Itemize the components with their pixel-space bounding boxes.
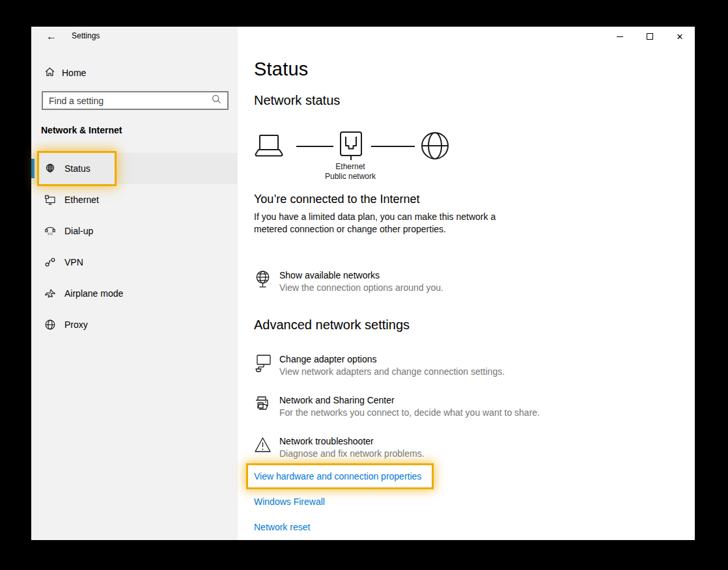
feature-subtitle: View the connection options around you. — [279, 282, 443, 293]
connected-heading: You’re connected to the Internet — [254, 193, 420, 206]
feature-text: Change adapter options View network adap… — [279, 354, 505, 377]
feature-title: Network troubleshooter — [279, 436, 425, 446]
connection-name: Ethernet — [311, 162, 389, 171]
sidebar-item-home[interactable]: Home — [31, 62, 238, 83]
feature-text: Network and Sharing Center For the netwo… — [279, 395, 540, 418]
sidebar-item-proxy[interactable]: Proxy — [31, 309, 238, 340]
airplane-mode-icon — [44, 288, 56, 299]
feature-text: Network troubleshooter Diagnose and fix … — [279, 436, 425, 459]
minimize-button[interactable] — [605, 27, 635, 46]
adapter-options-icon — [254, 354, 272, 377]
page-title: Status — [254, 59, 308, 80]
connected-body: If you have a limited data plan, you can… — [254, 211, 496, 236]
ethernet-icon — [44, 194, 56, 206]
available-networks-icon — [254, 270, 272, 293]
sidebar-item-label: Dial-up — [64, 226, 93, 236]
feature-subtitle: Diagnose and fix network problems. — [279, 448, 425, 459]
ethernet-port-icon — [337, 131, 365, 163]
advanced-settings-heading: Advanced network settings — [254, 318, 410, 332]
feature-title: Network and Sharing Center — [279, 395, 540, 405]
window-title: Settings — [72, 31, 100, 40]
connector-line — [296, 146, 333, 147]
close-icon: ✕ — [677, 33, 684, 41]
vpn-icon — [44, 256, 56, 268]
feature-text: Show available networks View the connect… — [279, 270, 443, 293]
back-arrow-icon: ← — [46, 31, 57, 42]
sidebar-item-label: VPN — [64, 257, 83, 267]
network-diagram: Ethernet Public network — [253, 129, 455, 184]
sidebar: ← Settings Home Network & Internet — [31, 27, 238, 540]
window-controls: ✕ — [605, 27, 695, 46]
sidebar-item-label: Ethernet — [64, 195, 99, 205]
main-content: ✕ Status Network status — [238, 27, 695, 540]
feature-title: Change adapter options — [279, 354, 505, 364]
network-sharing-center[interactable]: Network and Sharing Center For the netwo… — [254, 395, 540, 418]
sidebar-item-airplane[interactable]: Airplane mode — [31, 278, 238, 309]
settings-window: ← Settings Home Network & Internet — [31, 27, 695, 540]
network-status-heading: Network status — [254, 93, 340, 108]
troubleshooter-warning-icon — [254, 436, 272, 459]
feature-subtitle: For the networks you connect to, decide … — [279, 407, 540, 418]
search-box — [42, 91, 229, 110]
minimize-icon — [617, 36, 623, 37]
home-icon — [44, 66, 55, 80]
sidebar-item-vpn[interactable]: VPN — [31, 247, 238, 278]
search-input[interactable] — [43, 96, 212, 106]
connector-line — [371, 146, 415, 147]
back-button[interactable]: ← — [42, 28, 61, 45]
dialup-icon — [44, 225, 56, 237]
feature-title: Show available networks — [279, 270, 443, 280]
maximize-button[interactable] — [635, 27, 665, 46]
sidebar-item-ethernet[interactable]: Ethernet — [31, 184, 238, 215]
proxy-icon — [44, 319, 56, 331]
laptop-icon — [253, 133, 285, 162]
sidebar-item-label: Proxy — [64, 319, 88, 330]
search-icon — [212, 94, 221, 107]
maximize-icon — [647, 33, 653, 40]
change-adapter-options[interactable]: Change adapter options View network adap… — [254, 354, 505, 377]
feature-subtitle: View network adapters and change connect… — [279, 366, 505, 377]
sidebar-item-dialup[interactable]: Dial-up — [31, 215, 238, 247]
sidebar-nav: Status Ethernet — [31, 153, 238, 340]
close-button[interactable]: ✕ — [665, 27, 695, 46]
sidebar-item-label: Status — [64, 163, 91, 174]
network-reset-link[interactable]: Network reset — [254, 522, 310, 532]
network-troubleshooter[interactable]: Network troubleshooter Diagnose and fix … — [254, 436, 425, 459]
windows-firewall-link[interactable]: Windows Firewall — [254, 496, 325, 507]
internet-globe-icon — [420, 131, 450, 163]
home-label: Home — [62, 68, 86, 78]
sharing-center-icon — [254, 395, 272, 418]
selected-accent-bar — [31, 159, 35, 178]
sidebar-item-label: Airplane mode — [64, 288, 123, 299]
view-hardware-properties-link[interactable]: View hardware and connection properties — [254, 471, 421, 482]
network-type: Public network — [311, 172, 389, 181]
status-icon — [44, 163, 56, 174]
show-available-networks[interactable]: Show available networks View the connect… — [254, 270, 443, 293]
sidebar-section-title: Network & Internet — [41, 125, 122, 135]
sidebar-item-status[interactable]: Status — [31, 153, 238, 184]
screenshot-root: { "window": { "title": "Settings", "cont… — [0, 0, 728, 570]
